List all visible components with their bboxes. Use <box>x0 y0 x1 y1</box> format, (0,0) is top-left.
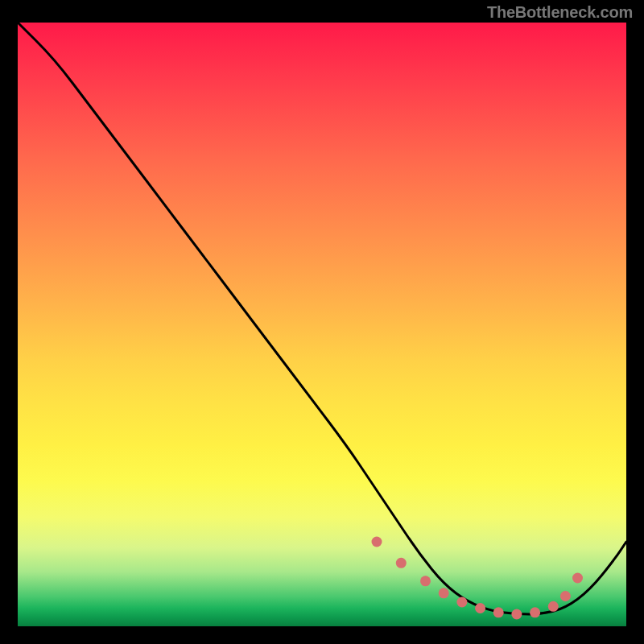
bottleneck-curve <box>18 23 626 614</box>
marker-dot <box>420 576 431 586</box>
marker-dot <box>456 597 467 608</box>
marker-dot <box>493 607 504 617</box>
marker-dot <box>572 573 583 584</box>
marker-dot <box>511 609 522 620</box>
marker-dot <box>396 558 407 568</box>
marker-dot <box>560 591 571 601</box>
marker-dot <box>548 601 559 612</box>
marker-dot <box>475 603 485 613</box>
marker-dot <box>530 607 540 617</box>
marker-group <box>372 537 584 620</box>
curve-overlay <box>18 23 626 626</box>
chart-stage: TheBottleneck.com <box>0 0 644 644</box>
plot-area <box>18 23 626 626</box>
watermark-text: TheBottleneck.com <box>487 3 633 22</box>
marker-dot <box>372 537 382 547</box>
marker-dot <box>439 588 449 598</box>
